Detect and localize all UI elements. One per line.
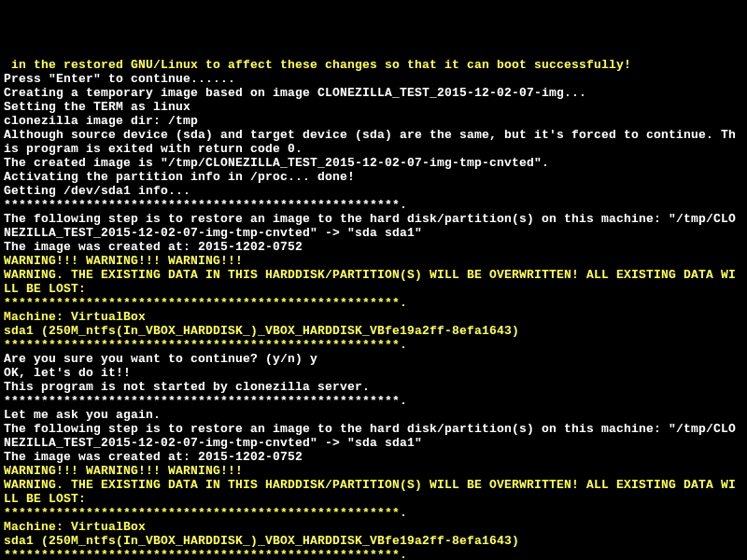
terminal-line: ****************************************… — [4, 338, 743, 352]
terminal-line: Although source device (sda) and target … — [4, 128, 743, 156]
terminal-line: WARNING!!! WARNING!!! WARNING!!! — [4, 254, 743, 268]
terminal-line: ****************************************… — [4, 296, 743, 310]
terminal-line: sda1 (250M_ntfs(In_VBOX_HARDDISK_)_VBOX_… — [4, 534, 743, 548]
terminal-line: Creating a temporary image based on imag… — [4, 86, 743, 100]
terminal-line: Machine: VirtualBox — [4, 520, 743, 534]
terminal-line: The following step is to restore an imag… — [4, 422, 743, 450]
terminal-line: Activating the partition info in /proc..… — [4, 170, 743, 184]
terminal-line: clonezilla image dir: /tmp — [4, 114, 743, 128]
terminal-line: The created image is "/tmp/CLONEZILLA_TE… — [4, 156, 743, 170]
terminal-line: Let me ask you again. — [4, 408, 743, 422]
terminal-line: ****************************************… — [4, 548, 743, 560]
terminal-line: ****************************************… — [4, 394, 743, 408]
terminal-line: OK, let's do it!! — [4, 366, 743, 380]
terminal-line: WARNING. THE EXISTING DATA IN THIS HARDD… — [4, 268, 743, 296]
terminal-line: Setting the TERM as linux — [4, 100, 743, 114]
terminal-line: Machine: VirtualBox — [4, 310, 743, 324]
terminal-line: The image was created at: 2015-1202-0752 — [4, 240, 743, 254]
terminal-line: WARNING!!! WARNING!!! WARNING!!! — [4, 464, 743, 478]
terminal-line: WARNING. THE EXISTING DATA IN THIS HARDD… — [4, 478, 743, 506]
terminal-line: Are you sure you want to continue? (y/n)… — [4, 352, 743, 366]
terminal-line: in the restored GNU/Linux to affect thes… — [4, 58, 743, 72]
terminal-output[interactable]: in the restored GNU/Linux to affect thes… — [4, 58, 743, 560]
terminal-line: ****************************************… — [4, 506, 743, 520]
terminal-line: The following step is to restore an imag… — [4, 212, 743, 240]
terminal-line: This program is not started by clonezill… — [4, 380, 743, 394]
terminal-line: Press "Enter" to continue...... — [4, 72, 743, 86]
terminal-line: sda1 (250M_ntfs(In_VBOX_HARDDISK_)_VBOX_… — [4, 324, 743, 338]
terminal-line: The image was created at: 2015-1202-0752 — [4, 450, 743, 464]
terminal-line: Getting /dev/sda1 info... — [4, 184, 743, 198]
terminal-line: ****************************************… — [4, 198, 743, 212]
